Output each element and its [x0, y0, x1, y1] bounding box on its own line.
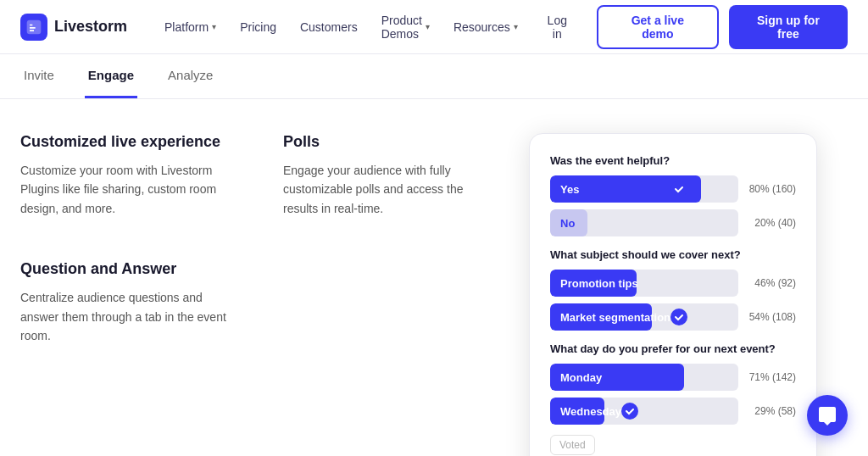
logo-icon: [20, 14, 47, 41]
poll-bar-market: Market segmentation: [550, 303, 652, 331]
chevron-down-icon: ▾: [514, 22, 518, 31]
tab-engage[interactable]: Engage: [85, 54, 137, 98]
poll-question-1: Was the event helpful?: [550, 154, 796, 167]
feature-polls-desc: Engage your audience with fully customiz…: [283, 161, 495, 218]
poll-row-wednesday: Wednesday 29% (58): [550, 398, 796, 425]
nav-item-platform[interactable]: Platform ▾: [154, 14, 226, 41]
poll-check-wednesday: [621, 403, 638, 420]
poll-bar-promo-label: Promotion tips: [560, 277, 638, 290]
poll-bar-promo-wrap: Promotion tips: [550, 270, 738, 297]
left-content: Customized live experience Customize you…: [20, 133, 495, 456]
feature-customized-title: Customized live experience: [20, 133, 232, 151]
chat-bubble[interactable]: [807, 395, 848, 436]
poll-bar-no: No: [550, 209, 587, 236]
tab-analyze[interactable]: Analyze: [164, 54, 216, 98]
navbar: Livestorm Platform ▾ Pricing Customers P…: [0, 0, 868, 54]
poll-bar-monday-label: Monday: [560, 371, 602, 384]
feature-customized-desc: Customize your room with Livestorm Plugi…: [20, 161, 232, 218]
nav-item-customers[interactable]: Customers: [290, 14, 368, 41]
poll-pct-yes: 80% (160): [745, 183, 796, 195]
poll-card: Was the event helpful? Yes 80% (160): [529, 133, 817, 456]
poll-bar-yes-wrap: Yes: [550, 175, 738, 203]
poll-pct-wednesday: 29% (58): [745, 405, 796, 417]
logo[interactable]: Livestorm: [20, 14, 127, 41]
poll-bar-promo: Promotion tips: [550, 270, 637, 297]
poll-bar-monday: Monday: [550, 364, 684, 391]
nav-item-pricing[interactable]: Pricing: [230, 14, 287, 41]
poll-question-2: What subject should we cover next?: [550, 248, 796, 261]
poll-bar-yes: Yes: [550, 175, 701, 203]
signup-button[interactable]: Sign up for free: [729, 5, 848, 49]
poll-pct-promo: 46% (92): [745, 277, 796, 289]
poll-pct-monday: 71% (142): [745, 371, 796, 383]
poll-pct-market: 54% (108): [745, 311, 796, 323]
poll-check-market: [670, 309, 687, 325]
tab-invite[interactable]: Invite: [20, 54, 58, 98]
poll-bar-wednesday-label: Wednesday: [560, 405, 621, 418]
voted-label: Voted: [550, 435, 595, 455]
poll-bar-wednesday-wrap: Wednesday: [550, 398, 738, 425]
poll-bar-wednesday: Wednesday: [550, 398, 604, 425]
logo-text: Livestorm: [54, 18, 127, 36]
features-grid: Customized live experience Customize you…: [20, 133, 495, 345]
poll-row-yes: Yes 80% (160): [550, 175, 796, 203]
poll-section-3: What day do you prefer for our next even…: [550, 342, 796, 455]
poll-section-1: Was the event helpful? Yes 80% (160): [550, 154, 796, 236]
demo-button[interactable]: Get a live demo: [597, 5, 719, 49]
feature-customized: Customized live experience Customize you…: [20, 133, 232, 218]
poll-bar-yes-label: Yes: [560, 183, 579, 196]
poll-row-no: No 20% (40): [550, 209, 796, 236]
feature-qa-desc: Centralize audience questions and answer…: [20, 288, 232, 345]
poll-bar-no-label: No: [560, 217, 575, 230]
right-content: Was the event helpful? Yes 80% (160): [529, 133, 817, 456]
nav-item-product-demos[interactable]: Product Demos ▾: [371, 7, 440, 47]
poll-question-3: What day do you prefer for our next even…: [550, 342, 796, 355]
poll-bar-market-label: Market segmentation: [560, 311, 670, 324]
poll-bar-monday-wrap: Monday: [550, 364, 738, 391]
feature-qa-title: Question and Answer: [20, 260, 232, 278]
poll-row-promo: Promotion tips 46% (92): [550, 270, 796, 297]
nav-links: Platform ▾ Pricing Customers Product Dem…: [154, 7, 528, 47]
tabs: Invite Engage Analyze: [0, 54, 868, 99]
poll-section-2: What subject should we cover next? Promo…: [550, 248, 796, 331]
nav-item-resources[interactable]: Resources ▾: [443, 14, 528, 41]
main-content: Customized live experience Customize you…: [0, 133, 868, 456]
feature-qa: Question and Answer Centralize audience …: [20, 260, 232, 345]
feature-polls: Polls Engage your audience with fully cu…: [283, 133, 495, 218]
poll-row-monday: Monday 71% (142): [550, 364, 796, 391]
poll-bar-no-wrap: No: [550, 209, 738, 236]
poll-pct-no: 20% (40): [745, 217, 796, 229]
chevron-down-icon: ▾: [426, 22, 430, 31]
chevron-down-icon: ▾: [212, 22, 216, 31]
login-button[interactable]: Log in: [528, 7, 587, 47]
nav-actions: Log in Get a live demo Sign up for free: [528, 5, 848, 49]
poll-check-yes: [670, 181, 687, 197]
feature-polls-title: Polls: [283, 133, 495, 151]
poll-bar-market-wrap: Market segmentation: [550, 303, 738, 331]
poll-row-market: Market segmentation 54% (108): [550, 303, 796, 331]
